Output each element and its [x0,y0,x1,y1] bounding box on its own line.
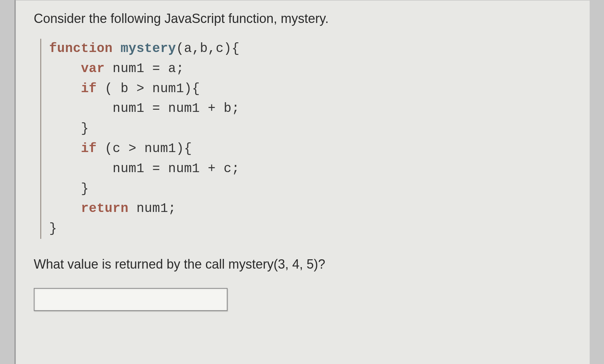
answer-input[interactable] [34,288,228,311]
code-text: (c > num1){ [97,141,192,156]
keyword-if: if [81,81,97,96]
code-text: num1 = num1 + b; [113,101,240,116]
code-text: num1 = num1 + c; [113,161,240,176]
code-text [113,41,121,56]
question-intro-text: Consider the following JavaScript functi… [34,11,572,26]
code-text: (a,b,c){ [176,41,240,56]
code-text: num1 = a; [105,61,184,76]
code-text: } [49,221,57,236]
code-text: ( b > num1){ [97,81,200,96]
code-text: } [81,121,89,136]
question-prompt-text: What value is returned by the call myste… [34,257,572,272]
function-name: mystery [121,41,176,56]
code-text: } [81,181,89,196]
keyword-var: var [81,61,104,76]
code-block: function mystery(a,b,c){ var num1 = a; i… [40,39,572,239]
keyword-if: if [81,141,97,156]
question-container: Consider the following JavaScript functi… [14,0,590,364]
keyword-return: return [81,201,128,216]
code-text: num1; [128,201,176,216]
keyword-function: function [49,41,113,56]
